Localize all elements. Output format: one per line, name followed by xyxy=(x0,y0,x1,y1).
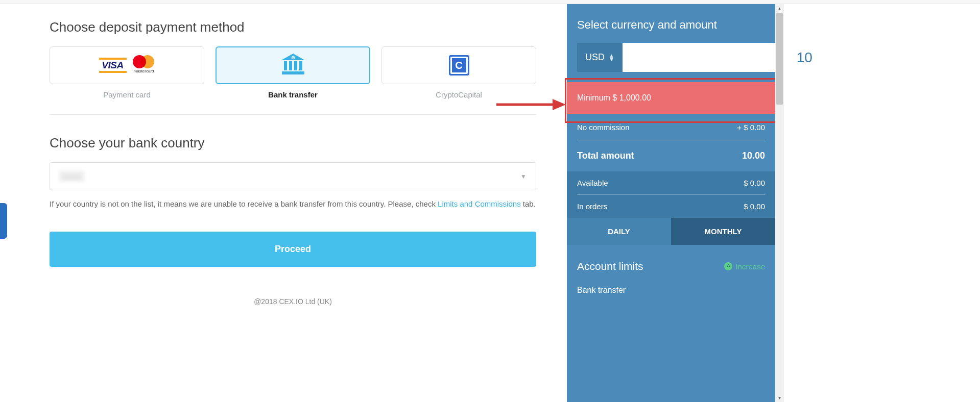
heading-bank-country: Choose your bank country xyxy=(50,135,536,151)
svg-rect-5 xyxy=(294,61,297,70)
feedback-side-tab[interactable] xyxy=(0,203,7,239)
method-card-label: Payment card xyxy=(50,90,204,99)
no-commission-line: No commission + $ 0.00 xyxy=(577,115,765,140)
country-value-blurred: ········ xyxy=(59,171,84,182)
scroll-down-icon[interactable]: ▾ xyxy=(775,393,784,402)
browser-bookmarks-bar xyxy=(0,0,980,4)
dropdown-caret-icon: ▼ xyxy=(520,173,527,180)
country-hint-text: If your country is not on the list, it m… xyxy=(50,198,536,210)
method-bank-label: Bank transfer xyxy=(216,90,370,99)
divider xyxy=(50,114,536,115)
limits-tabs: DAILY MONTHLY xyxy=(567,218,775,245)
no-commission-label: No commission xyxy=(577,123,630,132)
available-line: Available $ 0.00 xyxy=(577,171,765,195)
mastercard-icon: mastercard xyxy=(133,55,155,76)
mastercard-text: mastercard xyxy=(133,69,155,73)
footer-copyright: @2018 CEX.IO Ltd (UK) xyxy=(50,297,536,306)
proceed-button[interactable]: Proceed xyxy=(50,232,536,267)
method-card-box[interactable]: VISA mastercard xyxy=(50,46,204,84)
payment-methods-row: VISA mastercard Payment card xyxy=(50,46,536,99)
account-limits-title: Account limits xyxy=(577,260,643,272)
increase-link[interactable]: ^ Increase xyxy=(724,262,765,271)
svg-text:$: $ xyxy=(292,56,294,59)
currency-code: USD xyxy=(585,52,605,63)
total-value: 10.00 xyxy=(742,150,765,161)
minimum-warning: Minimum $ 1,000.00 xyxy=(567,82,775,114)
svg-rect-7 xyxy=(282,71,304,74)
amount-input[interactable] xyxy=(623,43,820,72)
heading-payment-method: Choose deposit payment method xyxy=(50,19,536,35)
svg-rect-3 xyxy=(284,61,287,70)
browser-scrollbar[interactable]: ▴ ▾ xyxy=(775,4,784,402)
scroll-thumb[interactable] xyxy=(776,13,783,105)
visa-icon: VISA xyxy=(99,58,127,73)
method-cryptocapital[interactable]: C CryptoCapital xyxy=(381,46,536,99)
currency-amount-row: USD ▲▼ xyxy=(577,43,765,72)
currency-select-button[interactable]: USD ▲▼ xyxy=(577,43,623,72)
bank-country-select[interactable]: ········ ▼ xyxy=(50,162,536,190)
total-amount-line: Total amount 10.00 xyxy=(577,140,765,171)
method-crypto-label: CryptoCapital xyxy=(381,90,536,99)
bank-transfer-label: Bank transfer xyxy=(577,283,765,295)
hint-pre: If your country is not on the list, it m… xyxy=(50,199,438,208)
cc-letter: C xyxy=(455,60,462,71)
method-payment-card[interactable]: VISA mastercard Payment card xyxy=(50,46,204,99)
cryptocapital-icon: C xyxy=(449,55,469,76)
deposit-main-panel: Choose deposit payment method VISA maste… xyxy=(0,4,567,402)
method-bank-transfer[interactable]: $ Bank transfer xyxy=(216,46,370,99)
in-orders-label: In orders xyxy=(577,202,607,211)
sort-arrows-icon: ▲▼ xyxy=(609,54,614,61)
account-limits-header: Account limits ^ Increase xyxy=(577,245,765,283)
currency-amount-panel: Select currency and amount USD ▲▼ Minimu… xyxy=(567,4,775,402)
hint-post: tab. xyxy=(521,199,536,208)
svg-rect-6 xyxy=(299,61,302,70)
in-orders-line: In orders $ 0.00 xyxy=(577,195,765,218)
svg-rect-4 xyxy=(289,61,292,70)
scroll-up-icon[interactable]: ▴ xyxy=(775,4,784,13)
increase-label: Increase xyxy=(735,262,765,271)
available-label: Available xyxy=(577,179,608,187)
available-value: $ 0.00 xyxy=(744,179,765,187)
increase-up-icon: ^ xyxy=(724,262,732,270)
limits-link[interactable]: Limits and Commissions xyxy=(438,199,521,208)
total-label: Total amount xyxy=(577,150,634,161)
bank-icon: $ xyxy=(281,54,305,77)
tab-daily[interactable]: DAILY xyxy=(567,218,671,245)
method-crypto-box[interactable]: C xyxy=(381,46,536,84)
in-orders-value: $ 0.00 xyxy=(744,202,765,211)
visa-text: VISA xyxy=(99,60,127,71)
tab-monthly[interactable]: MONTHLY xyxy=(671,218,775,245)
no-commission-value: + $ 0.00 xyxy=(737,123,765,132)
method-bank-box[interactable]: $ xyxy=(216,46,370,84)
panel-title: Select currency and amount xyxy=(577,18,765,32)
